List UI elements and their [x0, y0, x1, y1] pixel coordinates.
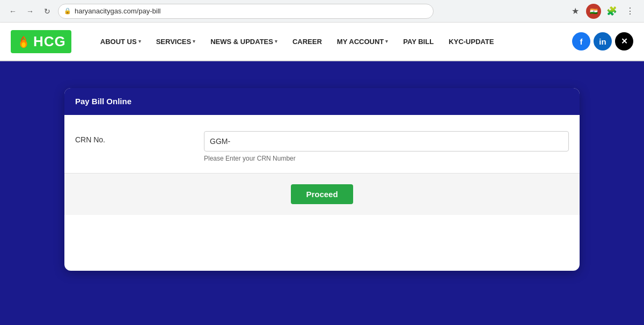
facebook-button[interactable]: f: [572, 32, 590, 50]
browser-chrome: ← → ↻ 🔒 haryanacitygas.com/pay-bill ★ 🇮🇳…: [0, 0, 644, 23]
linkedin-button[interactable]: in: [594, 32, 612, 50]
nav-item-pay-bill[interactable]: PAY BILL: [396, 22, 441, 61]
extensions-button[interactable]: 🧩: [604, 4, 619, 19]
chevron-down-icon: ▾: [138, 39, 141, 44]
nav-item-my-account[interactable]: MY ACCOUNT ▾: [330, 22, 396, 61]
crn-label: CRN No.: [75, 131, 193, 144]
profile-icon[interactable]: 🇮🇳: [586, 4, 601, 19]
flame-icon: [16, 34, 31, 49]
logo-container[interactable]: HCG: [11, 30, 71, 53]
bookmark-button[interactable]: ★: [568, 4, 583, 19]
forward-button[interactable]: →: [24, 5, 36, 18]
crn-hint: Please Enter your CRN Number: [204, 155, 569, 162]
browser-actions: ★ 🇮🇳 🧩 ⋮: [568, 4, 638, 19]
nav-links: ABOUT US ▾ SERVICES ▾ NEWS & UPDATES ▾ C…: [93, 22, 567, 61]
nav-item-services[interactable]: SERVICES ▾: [149, 22, 203, 61]
card-header: Pay Bill Online: [64, 88, 580, 115]
lock-icon: 🔒: [64, 8, 71, 15]
back-button[interactable]: ←: [6, 5, 19, 18]
chevron-down-icon: ▾: [385, 39, 388, 44]
proceed-button[interactable]: Proceed: [291, 184, 353, 204]
address-bar[interactable]: 🔒 haryanacitygas.com/pay-bill: [58, 4, 434, 19]
main-content: Pay Bill Online CRN No. Please Enter you…: [0, 61, 644, 325]
menu-button[interactable]: ⋮: [623, 4, 638, 19]
reload-button[interactable]: ↻: [41, 5, 54, 18]
nav-item-about-us[interactable]: ABOUT US ▾: [93, 22, 149, 61]
card-body: CRN No. Please Enter your CRN Number Pro…: [64, 115, 580, 215]
card-title: Pay Bill Online: [75, 97, 131, 106]
form-submit-row: Proceed: [64, 174, 580, 215]
nav-social: f in ✕: [572, 32, 633, 50]
nav-item-news-updates[interactable]: NEWS & UPDATES ▾: [203, 22, 285, 61]
svg-point-1: [21, 42, 25, 47]
logo-text: HCG: [33, 33, 66, 50]
form-row-crn: CRN No. Please Enter your CRN Number: [64, 115, 580, 174]
crn-input-group: Please Enter your CRN Number: [204, 131, 569, 162]
chevron-down-icon: ▾: [193, 39, 195, 44]
logo-box: HCG: [11, 30, 71, 53]
nav-item-career[interactable]: CAREER: [285, 22, 330, 61]
navbar: HCG ABOUT US ▾ SERVICES ▾ NEWS & UPDATES…: [0, 23, 644, 61]
chevron-down-icon: ▾: [275, 39, 277, 44]
pay-bill-card: Pay Bill Online CRN No. Please Enter you…: [64, 88, 580, 271]
url-text: haryanacitygas.com/pay-bill: [75, 7, 160, 15]
x-button[interactable]: ✕: [615, 32, 633, 50]
nav-item-kyc-update[interactable]: KYC-UPDATE: [441, 22, 501, 61]
crn-input[interactable]: [204, 131, 569, 151]
